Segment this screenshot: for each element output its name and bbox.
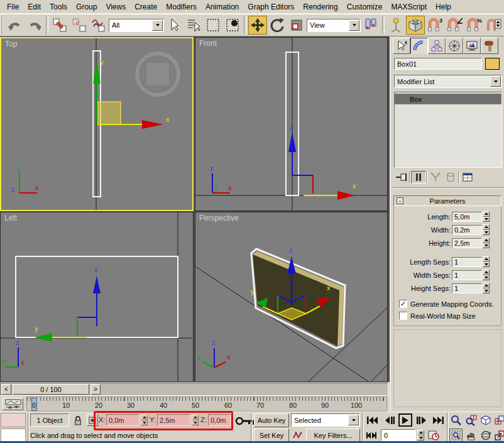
menu-file[interactable]: File	[3, 1, 23, 13]
frame-number-field[interactable]: 0	[381, 429, 416, 441]
height-segs-field[interactable]: 1	[452, 283, 482, 293]
undo-icon[interactable]	[6, 16, 25, 35]
time-configuration-button[interactable]	[427, 429, 440, 442]
tab-modify[interactable]	[410, 38, 428, 54]
key-mode-arrow-icon[interactable]	[348, 415, 359, 425]
key-mode-toggle-button[interactable]	[365, 430, 378, 441]
min-max-toggle-button[interactable]	[493, 429, 504, 442]
time-slider-track[interactable]: < 0 / 100 >	[0, 383, 388, 396]
object-name-field[interactable]: Box01	[394, 58, 482, 70]
percent-snap-icon[interactable]	[445, 16, 464, 35]
rectangular-selection-region-icon[interactable]	[204, 16, 222, 35]
object-color-swatch[interactable]	[485, 58, 500, 70]
tab-motion[interactable]	[446, 38, 463, 54]
spinner-snap-toggle-icon[interactable]	[484, 16, 503, 35]
modifier-stack-item-box[interactable]: Box	[395, 94, 501, 104]
absolute-mode-toggle[interactable]	[87, 414, 98, 426]
selection-filter-dropdown[interactable]: All	[109, 19, 164, 32]
select-and-rotate-icon[interactable]	[268, 16, 287, 35]
go-to-end-button[interactable]	[430, 414, 446, 427]
menu-modifiers[interactable]: Modifiers	[162, 1, 201, 13]
previous-frame-button[interactable]	[383, 414, 397, 427]
reference-coordinate-dropdown[interactable]: View	[307, 19, 361, 32]
generate-mapping-coords-checkbox[interactable]: ✓	[399, 300, 407, 308]
listener-splitter[interactable]	[28, 413, 30, 442]
width-spinner[interactable]	[483, 224, 490, 235]
coord-y-field[interactable]: 2,5m	[157, 414, 190, 426]
length-segs-field[interactable]: 1	[452, 257, 482, 267]
zoom-button[interactable]	[449, 413, 463, 427]
time-slider-next-button[interactable]: >	[90, 384, 101, 395]
viewport-front-label[interactable]: Front	[199, 39, 217, 48]
show-end-result-icon[interactable]	[411, 171, 426, 183]
menu-rendering[interactable]: Rendering	[299, 1, 342, 13]
menu-group[interactable]: Group	[72, 1, 101, 13]
view-navigation-ball[interactable]	[137, 53, 178, 95]
time-slider-prev-button[interactable]: <	[1, 384, 11, 395]
select-and-scale-icon[interactable]	[287, 16, 306, 35]
remove-modifier-icon[interactable]	[443, 171, 458, 183]
coord-y-spinner[interactable]	[192, 415, 199, 425]
redo-icon[interactable]	[25, 16, 44, 35]
frame-number-spinner[interactable]	[417, 430, 424, 440]
viewport-front[interactable]: Front z x z	[195, 37, 388, 211]
length-spinner[interactable]	[483, 211, 490, 222]
menu-animation[interactable]: Animation	[201, 1, 243, 13]
tab-utilities[interactable]	[481, 38, 498, 54]
bind-to-space-warp-icon[interactable]	[89, 16, 108, 35]
pin-stack-icon[interactable]	[394, 171, 409, 183]
arc-rotate-button[interactable]	[479, 429, 492, 442]
tab-hierarchy[interactable]	[428, 38, 446, 54]
zoom-extents-all-button[interactable]	[493, 413, 504, 427]
key-mode-dropdown[interactable]: Selected	[291, 413, 360, 427]
track-bar-ruler[interactable]: 0 10 20 30 40 50 60 70 80 90 100	[26, 397, 387, 412]
move-gizmo-left[interactable]: z y	[35, 266, 101, 342]
menu-create[interactable]: Create	[130, 1, 162, 13]
make-unique-icon[interactable]	[428, 171, 443, 183]
viewport-perspective-label[interactable]: Perspective	[199, 214, 239, 222]
zoom-extents-button[interactable]	[479, 413, 492, 427]
select-and-move-icon[interactable]	[248, 16, 267, 35]
tab-create[interactable]	[393, 38, 410, 54]
key-filters-button[interactable]: Key Filters...	[306, 429, 360, 442]
menu-tools[interactable]: Tools	[45, 1, 72, 13]
configure-modifier-sets-icon[interactable]	[460, 171, 475, 183]
select-and-link-icon[interactable]	[50, 16, 69, 35]
viewport-top-label[interactable]: Top	[5, 40, 17, 48]
menu-edit[interactable]: Edit	[23, 1, 45, 13]
width-segs-spinner[interactable]	[483, 270, 490, 280]
length-segs-spinner[interactable]	[483, 256, 490, 267]
menu-views[interactable]: Views	[101, 1, 130, 13]
macro-recorder-pane[interactable]	[1, 413, 26, 427]
unlink-selection-icon[interactable]	[70, 16, 89, 35]
height-field[interactable]: 2,5m	[452, 238, 482, 248]
coord-z-field[interactable]: 0,0m	[208, 414, 231, 426]
pan-button[interactable]	[464, 429, 478, 442]
reference-coordinate-arrow-icon[interactable]	[349, 20, 359, 31]
use-pivot-point-center-icon[interactable]	[361, 16, 380, 35]
select-and-manipulate-icon[interactable]	[386, 16, 405, 35]
height-spinner[interactable]	[483, 238, 490, 248]
menu-help[interactable]: Help	[431, 1, 456, 13]
real-world-map-size-checkbox[interactable]	[399, 312, 407, 320]
set-key-button[interactable]: Set Key	[254, 429, 289, 442]
time-slider-handle[interactable]: 0 / 100	[13, 384, 89, 395]
length-field[interactable]: 5,0m	[452, 212, 482, 222]
selection-filter-arrow-icon[interactable]	[152, 20, 163, 31]
select-object-icon[interactable]	[165, 16, 184, 35]
next-frame-button[interactable]	[415, 414, 429, 427]
modifier-list-dropdown[interactable]: Modifier List	[394, 75, 502, 88]
viewport-left[interactable]: Left z y z	[0, 212, 194, 382]
coord-x-field[interactable]: 0,0m	[106, 414, 140, 426]
viewport-top[interactable]: Top y x	[0, 37, 194, 211]
modifier-list-arrow-icon[interactable]	[490, 76, 501, 87]
modifier-stack[interactable]: Box	[394, 92, 502, 168]
zoom-all-button[interactable]	[464, 413, 478, 427]
play-button[interactable]	[398, 413, 412, 427]
default-tangent-icon[interactable]	[291, 429, 304, 442]
spinner-snap-icon[interactable]: %	[464, 16, 483, 35]
angle-snap-icon[interactable]: 3	[425, 16, 444, 35]
parameters-rollout-header[interactable]: - Parameters	[393, 195, 501, 206]
menu-maxscript[interactable]: MAXScript	[386, 1, 431, 13]
width-segs-field[interactable]: 1	[452, 270, 482, 280]
